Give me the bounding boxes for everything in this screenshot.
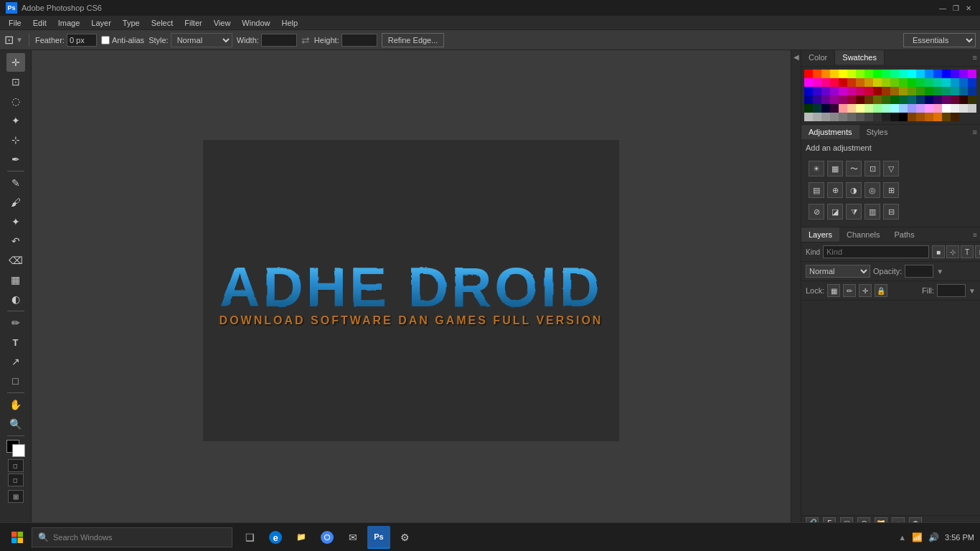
- swatch-item[interactable]: [916, 70, 925, 78]
- height-input[interactable]: [341, 34, 377, 47]
- swatch-item[interactable]: [890, 87, 899, 95]
- swatch-item[interactable]: [942, 104, 951, 113]
- swatch-item[interactable]: [908, 70, 916, 78]
- photo-filter-icon[interactable]: ◎: [864, 182, 880, 198]
- swatch-item[interactable]: [959, 95, 968, 104]
- adjustment-layer-filter[interactable]: ⊹: [946, 245, 959, 258]
- adj-panel-options[interactable]: ≡: [970, 125, 980, 139]
- lock-position-button[interactable]: ✏: [843, 284, 856, 297]
- width-input[interactable]: [261, 34, 297, 47]
- lock-all-button[interactable]: 🔒: [875, 284, 887, 297]
- swap-icon[interactable]: ⇄: [301, 34, 310, 46]
- swatch-item[interactable]: [951, 70, 959, 78]
- swatch-item[interactable]: [916, 113, 925, 121]
- swatch-item[interactable]: [821, 104, 830, 113]
- swatch-item[interactable]: [821, 78, 830, 87]
- swatch-item[interactable]: [830, 78, 839, 87]
- swatch-item[interactable]: [951, 87, 959, 95]
- gradient-map-icon[interactable]: ▥: [864, 204, 880, 220]
- curves-icon[interactable]: 〜: [846, 161, 862, 176]
- shape-tool[interactable]: □: [6, 372, 25, 390]
- swatch-item[interactable]: [968, 70, 976, 78]
- swatch-item[interactable]: [959, 87, 968, 95]
- swatch-item[interactable]: [890, 113, 899, 121]
- menu-file[interactable]: File: [3, 17, 27, 29]
- swatch-item[interactable]: [916, 87, 925, 95]
- swatch-item[interactable]: [847, 113, 856, 121]
- swatch-item[interactable]: [951, 104, 959, 113]
- swatch-item[interactable]: [925, 113, 933, 121]
- tab-channels[interactable]: Channels: [839, 227, 887, 242]
- hand-tool[interactable]: ✋: [6, 395, 25, 414]
- swatch-item[interactable]: [830, 104, 839, 113]
- opacity-input[interactable]: [905, 265, 933, 278]
- swatch-item[interactable]: [933, 104, 942, 113]
- swatch-item[interactable]: [847, 95, 856, 104]
- quick-mask-mode[interactable]: ◻: [8, 474, 24, 486]
- swatch-item[interactable]: [882, 70, 890, 78]
- feather-input[interactable]: [67, 34, 97, 47]
- swatch-item[interactable]: [916, 95, 925, 104]
- swatches-panel-options[interactable]: ≡: [970, 50, 980, 66]
- blend-mode-select[interactable]: Normal Multiply Screen Overlay: [806, 265, 870, 278]
- vibrance-icon[interactable]: ▽: [883, 161, 899, 176]
- swatch-item[interactable]: [882, 113, 890, 121]
- swatch-item[interactable]: [933, 95, 942, 104]
- swatch-item[interactable]: [951, 113, 959, 121]
- pen-tool[interactable]: ✏: [6, 314, 25, 332]
- swatch-item[interactable]: [830, 113, 839, 121]
- swatch-item[interactable]: [899, 104, 908, 113]
- swatch-item[interactable]: [839, 78, 847, 87]
- swatch-item[interactable]: [856, 87, 864, 95]
- swatch-item[interactable]: [959, 78, 968, 87]
- move-tool[interactable]: ✛: [6, 53, 25, 72]
- lock-pixels-button[interactable]: ▦: [827, 284, 840, 297]
- swatch-item[interactable]: [830, 87, 839, 95]
- swatch-item[interactable]: [847, 70, 856, 78]
- swatch-item[interactable]: [856, 70, 864, 78]
- menu-layer[interactable]: Layer: [85, 17, 117, 29]
- quick-select-tool[interactable]: ✦: [6, 111, 25, 130]
- opacity-dropdown[interactable]: ▼: [936, 268, 943, 276]
- swatch-item[interactable]: [864, 95, 873, 104]
- invert-icon[interactable]: ⊘: [809, 204, 824, 220]
- swatch-item[interactable]: [925, 70, 933, 78]
- swatch-item[interactable]: [968, 78, 976, 87]
- lasso-tool[interactable]: ◌: [6, 92, 25, 110]
- swatch-item[interactable]: [925, 95, 933, 104]
- swatch-item[interactable]: [942, 78, 951, 87]
- menu-edit[interactable]: Edit: [27, 17, 52, 29]
- swatch-item[interactable]: [882, 78, 890, 87]
- selective-color-icon[interactable]: ⊟: [883, 204, 899, 220]
- healing-brush-tool[interactable]: ✎: [6, 174, 25, 192]
- swatch-item[interactable]: [839, 87, 847, 95]
- volume-icon[interactable]: 🔊: [928, 532, 939, 542]
- tab-color[interactable]: Color: [801, 50, 835, 66]
- swatch-item[interactable]: [890, 104, 899, 113]
- swatch-item[interactable]: [873, 78, 882, 87]
- rectangular-marquee-tool[interactable]: ⊡: [6, 72, 25, 91]
- swatch-item[interactable]: [908, 95, 916, 104]
- swatch-item[interactable]: [804, 70, 813, 78]
- posterize-icon[interactable]: ◪: [827, 204, 843, 220]
- photoshop-taskbar-icon[interactable]: Ps: [367, 526, 390, 549]
- swatch-item[interactable]: [951, 78, 959, 87]
- swatch-item[interactable]: [804, 113, 813, 121]
- network-icon[interactable]: 📶: [912, 532, 923, 542]
- marquee-dropdown-arrow[interactable]: ▼: [16, 36, 23, 44]
- swatch-item[interactable]: [925, 87, 933, 95]
- swatch-item[interactable]: [839, 95, 847, 104]
- layers-search-input[interactable]: [823, 245, 929, 258]
- color-balance-icon[interactable]: ⊕: [827, 182, 843, 198]
- swatch-item[interactable]: [830, 95, 839, 104]
- swatch-item[interactable]: [916, 104, 925, 113]
- swatch-item[interactable]: [908, 113, 916, 121]
- swatch-item[interactable]: [864, 70, 873, 78]
- type-layer-filter[interactable]: T: [961, 245, 974, 258]
- swatch-item[interactable]: [839, 104, 847, 113]
- task-view-button[interactable]: ❑: [238, 526, 261, 549]
- swatch-item[interactable]: [864, 87, 873, 95]
- swatch-item[interactable]: [933, 70, 942, 78]
- eraser-tool[interactable]: ⌫: [6, 251, 25, 270]
- swatch-item[interactable]: [959, 104, 968, 113]
